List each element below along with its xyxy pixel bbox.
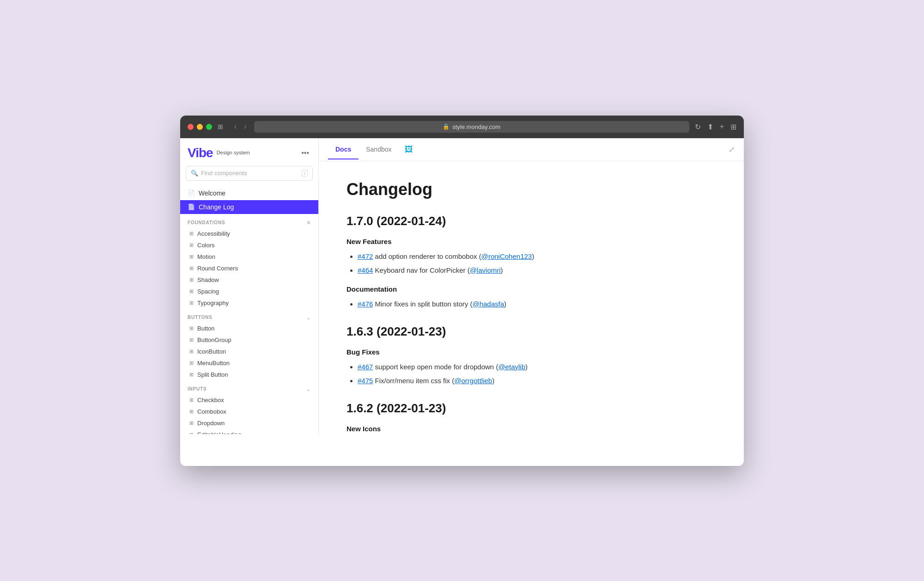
browser-actions: ↻ ⬆ + ⊞ bbox=[695, 122, 736, 131]
buttons-section-header: BUTTONS ⌄ bbox=[180, 311, 318, 323]
address-bar[interactable]: 🔒 style.monday.com bbox=[254, 121, 689, 133]
maximize-button[interactable] bbox=[206, 124, 212, 130]
sidebar-toggle[interactable]: ⊞ bbox=[218, 123, 223, 130]
section-title-new-features: New Features bbox=[346, 238, 716, 245]
share-icon[interactable]: ⬆ bbox=[707, 122, 713, 131]
design-system-label: Design system bbox=[217, 149, 250, 156]
component-icon: ⊞ bbox=[189, 409, 194, 415]
foundations-toggle[interactable]: ✕ bbox=[306, 220, 311, 226]
sidebar-item-colors[interactable]: ⊞ Colors bbox=[180, 239, 318, 251]
app-content: Vibe Design system ••• 🔍 Find components… bbox=[180, 138, 744, 466]
reload-icon[interactable]: ↻ bbox=[695, 122, 701, 131]
inputs-label: INPUTS bbox=[188, 386, 207, 391]
sidebar-item-button[interactable]: ⊞ Button bbox=[180, 323, 318, 334]
main-content: Changelog 1.7.0 (2022-01-24) New Feature… bbox=[319, 161, 744, 466]
sidebar-item-round-corners[interactable]: ⊞ Round Corners bbox=[180, 263, 318, 274]
list-item: #464 Keyboard nav for ColorPicker (@lavi… bbox=[358, 265, 716, 276]
item-label: Colors bbox=[197, 242, 215, 249]
more-options-button[interactable]: ••• bbox=[299, 147, 311, 159]
issue-link-476[interactable]: #476 bbox=[358, 300, 373, 308]
sidebar-item-changelog[interactable]: 📄 Change Log bbox=[180, 200, 318, 214]
component-icon: ⊞ bbox=[189, 349, 194, 355]
component-icon: ⊞ bbox=[189, 432, 194, 434]
list-item: #475 Fix/orr/menu item css fix (@orrgott… bbox=[358, 375, 716, 386]
section-title-documentation: Documentation bbox=[346, 285, 716, 293]
sidebar-item-motion[interactable]: ⊞ Motion bbox=[180, 251, 318, 263]
author-link-ronicohen123[interactable]: @roniCohen123 bbox=[481, 252, 532, 260]
right-panel: Docs Sandbox 🖼 ⤢ Changelog 1.7.0 (2022-0… bbox=[319, 138, 744, 466]
sidebar-item-checkbox[interactable]: ⊞ Checkbox bbox=[180, 394, 318, 406]
section-bug-fixes: Bug Fixes #467 support keep open mode fo… bbox=[346, 348, 716, 386]
sidebar-item-buttongroup[interactable]: ⊞ ButtonGroup bbox=[180, 334, 318, 346]
item-label: Motion bbox=[197, 253, 215, 260]
version-heading-170: 1.7.0 (2022-01-24) bbox=[346, 214, 716, 228]
list-item: #476 Minor fixes in split button story (… bbox=[358, 299, 716, 310]
tab-sandbox[interactable]: Sandbox bbox=[359, 139, 399, 159]
bug-fixes-list: #467 support keep open mode for dropdown… bbox=[346, 361, 716, 386]
item-label: Round Corners bbox=[197, 265, 238, 272]
traffic-lights bbox=[188, 124, 212, 130]
component-icon: ⊞ bbox=[189, 265, 194, 271]
item-label: Checkbox bbox=[197, 397, 224, 404]
item-label: Split Button bbox=[197, 371, 228, 378]
inputs-toggle[interactable]: ⌄ bbox=[306, 386, 311, 392]
page-icon: 📄 bbox=[188, 190, 195, 196]
sidebar-item-menubutton[interactable]: ⊞ MenuButton bbox=[180, 357, 318, 369]
issue-link-467[interactable]: #467 bbox=[358, 363, 373, 371]
sidebar-item-combobox[interactable]: ⊞ Combobox bbox=[180, 406, 318, 417]
tab-bar: Docs Sandbox 🖼 ⤢ bbox=[319, 138, 744, 161]
grid-icon[interactable]: ⊞ bbox=[730, 122, 736, 131]
url-text: style.monday.com bbox=[452, 123, 500, 130]
component-icon: ⊞ bbox=[189, 300, 194, 306]
author-link-laviomri[interactable]: @laviomri bbox=[470, 266, 501, 274]
documentation-list: #476 Minor fixes in split button story (… bbox=[346, 299, 716, 310]
section-title-bug-fixes: Bug Fixes bbox=[346, 348, 716, 356]
new-tab-icon[interactable]: + bbox=[720, 122, 724, 131]
item-suffix: ) bbox=[501, 266, 503, 274]
item-label: Combobox bbox=[197, 408, 226, 415]
search-bar[interactable]: 🔍 Find components / bbox=[186, 166, 313, 181]
component-icon: ⊞ bbox=[189, 337, 194, 343]
item-label: MenuButton bbox=[197, 360, 230, 367]
issue-link-464[interactable]: #464 bbox=[358, 266, 373, 274]
sidebar-item-shadow[interactable]: ⊞ Shadow bbox=[180, 274, 318, 286]
component-icon: ⊞ bbox=[189, 420, 194, 426]
author-link-hadasfa[interactable]: @hadasfa bbox=[472, 300, 504, 308]
close-button[interactable] bbox=[188, 124, 194, 130]
back-button[interactable]: ‹ bbox=[232, 122, 238, 132]
sidebar-item-splitbutton[interactable]: ⊞ Split Button bbox=[180, 369, 318, 380]
forward-button[interactable]: › bbox=[242, 122, 248, 132]
item-text: Minor fixes in split button story ( bbox=[373, 300, 472, 308]
item-text: add option renderer to combobox ( bbox=[373, 252, 481, 260]
item-label: Dropdown bbox=[197, 420, 225, 427]
tab-docs[interactable]: Docs bbox=[328, 139, 359, 159]
browser-window: ⊞ ‹ › 🔒 style.monday.com ↻ ⬆ + ⊞ Vibe bbox=[180, 116, 744, 466]
new-features-list: #472 add option renderer to combobox (@r… bbox=[346, 251, 716, 276]
inputs-section-header: INPUTS ⌄ bbox=[180, 382, 318, 394]
component-icon: ⊞ bbox=[189, 397, 194, 403]
search-icon: 🔍 bbox=[191, 170, 198, 177]
lock-icon: 🔒 bbox=[443, 123, 450, 130]
item-label: Button bbox=[197, 325, 215, 332]
sidebar-item-label: Change Log bbox=[199, 203, 234, 211]
expand-button[interactable]: ⤢ bbox=[729, 145, 735, 154]
minimize-button[interactable] bbox=[197, 124, 203, 130]
sidebar-item-editableheading[interactable]: ⊞ EditableHeading bbox=[180, 429, 318, 434]
sidebar-item-welcome[interactable]: 📄 Welcome bbox=[180, 186, 318, 200]
sidebar-item-iconbutton[interactable]: ⊞ IconButton bbox=[180, 346, 318, 357]
sidebar-item-typography[interactable]: ⊞ Typography bbox=[180, 297, 318, 309]
sidebar-item-spacing[interactable]: ⊞ Spacing bbox=[180, 286, 318, 297]
version-heading-163: 1.6.3 (2022-01-23) bbox=[346, 324, 716, 339]
logo-area: Vibe Design system bbox=[188, 146, 250, 160]
tab-image[interactable]: 🖼 bbox=[399, 138, 419, 161]
issue-link-472[interactable]: #472 bbox=[358, 252, 373, 260]
sidebar-item-accessibility[interactable]: ⊞ Accessibility bbox=[180, 228, 318, 239]
buttons-toggle[interactable]: ⌄ bbox=[306, 314, 311, 321]
sidebar-header: Vibe Design system ••• bbox=[180, 138, 318, 166]
author-link-orrgottlieb[interactable]: @orrgottlieb bbox=[454, 377, 492, 385]
sidebar-item-dropdown[interactable]: ⊞ Dropdown bbox=[180, 417, 318, 429]
item-label: Typography bbox=[197, 300, 229, 306]
issue-link-475[interactable]: #475 bbox=[358, 377, 373, 385]
item-label: ButtonGroup bbox=[197, 336, 231, 343]
author-link-etaylib[interactable]: @etaylib bbox=[498, 363, 525, 371]
